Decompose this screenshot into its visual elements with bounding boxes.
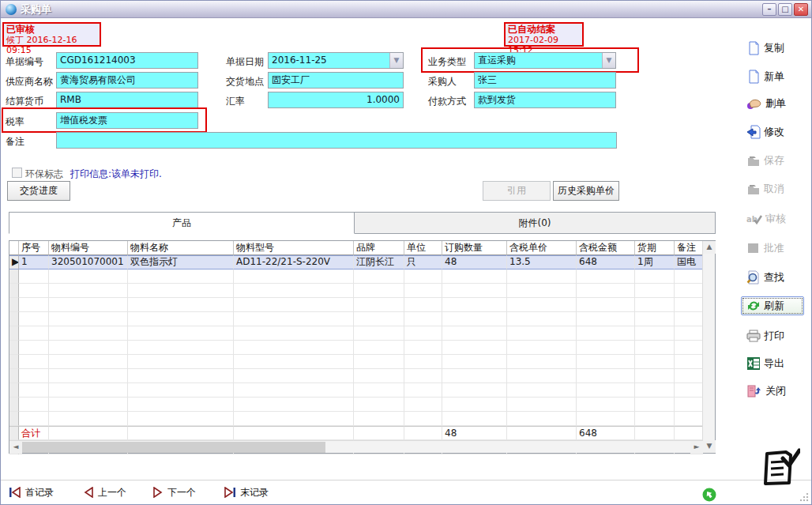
resize-grip[interactable] <box>799 492 809 502</box>
table-cell[interactable]: 江阴长江 <box>354 255 404 269</box>
delivery-progress-button[interactable]: 交货进度 <box>7 181 70 201</box>
table-cell-empty <box>577 298 635 312</box>
delivery-place-field[interactable]: 固安工厂 <box>268 72 404 89</box>
table-cell[interactable]: 648 <box>577 255 635 269</box>
order-date-label: 单据日期 <box>226 55 264 69</box>
table-row[interactable]: ▶1320501070001双色指示灯AD11-22/21-S-220V江阴长江… <box>9 255 703 269</box>
table-cell-empty <box>507 284 577 298</box>
scroll-left-icon[interactable]: ◄ <box>9 441 22 454</box>
sidebar-button-copy[interactable]: 复制 <box>746 39 810 58</box>
table-cell-empty <box>404 412 442 426</box>
nav-first-record-button[interactable]: 首记录 <box>9 484 54 500</box>
table-cell-empty <box>49 355 128 369</box>
table-cell-empty <box>49 298 128 312</box>
header-cell[interactable]: 货期 <box>635 241 675 255</box>
sidebar-button-delete[interactable]: 删单 <box>746 94 810 113</box>
table-cell-empty <box>234 398 354 412</box>
table-cell-empty <box>404 341 442 355</box>
vertical-scrollbar[interactable]: ▲ ▼ <box>702 241 715 453</box>
table-cell-empty <box>354 312 404 326</box>
table-cell-empty <box>404 383 442 398</box>
header-cell[interactable]: 订购数量 <box>442 241 507 255</box>
nav-previous-button[interactable]: 上一个 <box>83 484 126 500</box>
table-cell[interactable]: 1 <box>19 255 49 269</box>
order-no-field[interactable]: CGD161214003 <box>56 52 198 69</box>
table-cell[interactable]: 13.5 <box>507 255 577 269</box>
header-cell[interactable]: 序号 <box>19 241 49 255</box>
table-cell[interactable]: 国电 <box>675 255 703 269</box>
total-cell <box>507 426 577 440</box>
biz-type-field[interactable]: 直运采购 ▼ <box>474 52 616 69</box>
header-cell[interactable]: 备注 <box>675 241 703 255</box>
history-price-button[interactable]: 历史采购单价 <box>553 181 619 201</box>
chevron-down-icon[interactable]: ▼ <box>389 53 403 68</box>
table-cell-empty <box>234 284 354 298</box>
row-indicator <box>9 426 19 440</box>
tab-attachment[interactable]: 附件(0) <box>355 212 716 234</box>
horizontal-scroll-thumb[interactable] <box>22 442 325 453</box>
remark-field[interactable] <box>56 132 617 149</box>
buyer-field[interactable]: 张三 <box>474 72 616 89</box>
header-cell[interactable]: 物料名称 <box>128 241 234 255</box>
tax-field[interactable]: 增值税发票 <box>56 112 198 129</box>
row-indicator-icon: ▶ <box>9 255 19 269</box>
table-cell-empty <box>19 412 49 426</box>
table-cell[interactable]: 320501070001 <box>49 255 128 269</box>
table-cell[interactable]: 只 <box>404 255 442 269</box>
table-cell-empty <box>577 341 635 355</box>
table-cell[interactable]: 1周 <box>635 255 675 269</box>
table-cell-empty <box>19 398 49 412</box>
header-cell[interactable]: 含税单价 <box>507 241 577 255</box>
scroll-right-icon[interactable]: ► <box>690 441 703 454</box>
header-cell[interactable]: 品牌 <box>354 241 404 255</box>
table-cell[interactable]: AD11-22/21-S-220V <box>234 255 354 269</box>
nav-next-button[interactable]: 下一个 <box>152 484 196 500</box>
sidebar-button-find[interactable]: 查找 <box>746 268 810 287</box>
supplier-label: 供应商名称 <box>6 75 53 89</box>
header-cell[interactable]: 物料编号 <box>49 241 128 255</box>
maximize-button[interactable]: □ <box>778 3 792 16</box>
table-cell-empty <box>128 298 234 312</box>
currency-field[interactable]: RMB <box>56 92 198 108</box>
table-cell-empty <box>128 284 234 298</box>
table-cell-empty <box>19 284 49 298</box>
table-cell-empty <box>577 312 635 326</box>
table-cell-empty <box>675 355 703 369</box>
scroll-up-icon[interactable]: ▲ <box>703 241 716 254</box>
nav-button-label: 下一个 <box>167 486 196 499</box>
order-date-field[interactable]: 2016-11-25 ▼ <box>268 52 404 69</box>
chevron-down-icon[interactable]: ▼ <box>602 53 615 68</box>
eco-mark-checkbox[interactable] <box>12 168 22 178</box>
table-cell-empty <box>675 341 703 355</box>
table-cell[interactable]: 48 <box>442 255 507 269</box>
table-cell[interactable]: 双色指示灯 <box>128 255 234 269</box>
table-cell-empty <box>442 326 507 341</box>
supplier-field[interactable]: 黄海贸易有限公司 <box>56 72 198 89</box>
close-button[interactable]: ✕ <box>794 3 808 16</box>
scroll-down-icon[interactable]: ▼ <box>703 440 716 453</box>
table-cell-empty <box>442 284 507 298</box>
header-cell[interactable]: 含税金额 <box>577 241 635 255</box>
sidebar-button-export[interactable]: 导出 <box>746 354 810 373</box>
table-cell-empty <box>19 326 49 341</box>
horizontal-scrollbar[interactable]: ◄ ► <box>9 440 703 453</box>
payment-field[interactable]: 款到发货 <box>474 92 616 108</box>
sidebar-button-print[interactable]: 打印 <box>746 326 810 345</box>
table-cell-empty <box>577 398 635 412</box>
sidebar-button-refresh[interactable]: 刷新 <box>741 296 804 315</box>
minimize-button[interactable]: – <box>762 3 776 16</box>
table-cell-empty <box>128 412 234 426</box>
sidebar-button-close-doc[interactable]: 关闭 <box>746 382 810 401</box>
sidebar-button-new[interactable]: 新单 <box>746 67 810 86</box>
header-cell[interactable]: 单位 <box>404 241 442 255</box>
header-cell[interactable]: 物料型号 <box>234 241 354 255</box>
table-cell-empty <box>354 341 404 355</box>
find-icon <box>746 270 761 285</box>
exchange-rate-field[interactable]: 1.0000 <box>268 92 404 108</box>
nav-last-record-button[interactable]: 末记录 <box>224 484 269 500</box>
previous-icon <box>83 487 94 498</box>
sync-status-icon[interactable] <box>702 488 716 504</box>
total-label: 合计 <box>19 426 49 440</box>
tab-product[interactable]: 产品 <box>9 212 355 234</box>
sidebar-button-edit[interactable]: 修改 <box>746 122 810 141</box>
